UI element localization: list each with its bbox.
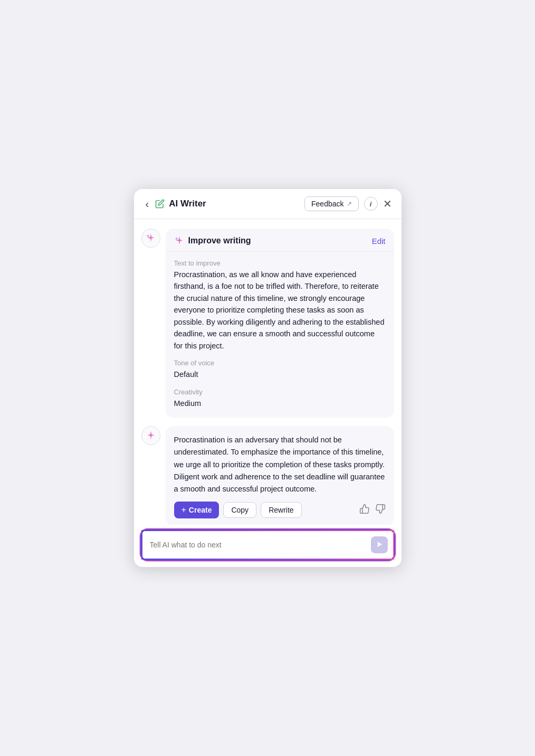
sparkle-icon-input [145,232,157,244]
input-card: Improve writing Edit Text to improve Pro… [166,229,394,418]
close-button[interactable]: ✕ [383,197,392,210]
header-right: Feedback ↗ i ✕ [304,196,391,211]
sparkle-icon-output [145,430,157,441]
thumbs-down-icon [375,504,386,517]
header-title: AI Writer [169,199,206,209]
creativity-label: Creativity [174,388,386,396]
back-icon: ‹ [146,198,149,210]
back-button[interactable]: ‹ [144,197,151,211]
input-card-row: Improve writing Edit Text to improve Pro… [141,229,394,418]
input-bar [134,525,402,567]
svg-marker-0 [377,541,382,547]
close-icon: ✕ [383,197,392,210]
input-card-body: Text to improve Procrastination, as we a… [166,252,394,418]
text-to-improve-label: Text to improve [174,259,386,267]
send-button[interactable] [371,536,388,553]
output-actions: + Create Copy Rewrite [174,502,386,518]
output-card-row: Procrastination is an adversary that sho… [141,426,394,525]
app-container: ‹ AI Writer Feedback ↗ i ✕ [134,189,402,567]
output-avatar [141,426,160,445]
input-card-header: Improve writing Edit [166,229,394,252]
chat-input[interactable] [150,541,371,549]
input-card-title: Improve writing [188,236,251,245]
create-button[interactable]: + Create [174,502,219,518]
input-card-title-row: Improve writing [174,235,251,246]
feedback-label: Feedback [311,200,343,208]
info-icon: i [370,200,372,208]
thumbs-down-button[interactable] [375,504,386,517]
external-link-icon: ↗ [347,200,352,207]
tone-row: Tone of voice Default [174,359,386,380]
output-card: Procrastination is an adversary that sho… [166,426,394,525]
feedback-button[interactable]: Feedback ↗ [304,196,358,211]
actions-right [359,504,386,517]
rewrite-button[interactable]: Rewrite [261,502,301,518]
copy-button[interactable]: Copy [223,502,256,518]
create-label: Create [189,506,212,514]
info-button[interactable]: i [364,197,378,211]
header: ‹ AI Writer Feedback ↗ i ✕ [134,189,402,219]
output-text: Procrastination is an adversary that sho… [174,434,386,495]
tone-value: Default [174,368,386,380]
input-bar-inner [141,530,394,560]
send-icon [376,541,383,550]
thumbs-up-icon [359,504,370,517]
pencil-icon [155,199,165,209]
actions-left: + Create Copy Rewrite [174,502,302,518]
creativity-row: Creativity Medium [174,388,386,409]
improve-writing-icon [174,235,185,246]
tone-label: Tone of voice [174,359,386,367]
edit-button[interactable]: Edit [372,237,386,245]
creativity-value: Medium [174,398,386,409]
text-to-improve-value: Procrastination, as we all know and have… [174,269,386,352]
header-left: ‹ AI Writer [144,197,206,211]
input-avatar [141,229,160,248]
thumbs-up-button[interactable] [359,504,370,517]
plus-icon: + [181,505,186,515]
content-area: Improve writing Edit Text to improve Pro… [134,219,402,525]
